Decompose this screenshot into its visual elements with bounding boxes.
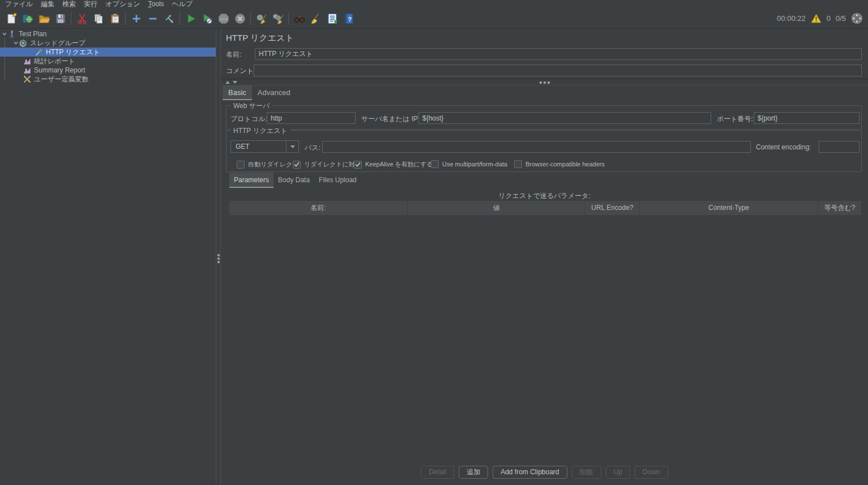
- column-header-include-equals[interactable]: 等号含む?: [818, 201, 861, 215]
- server-input[interactable]: [418, 112, 711, 124]
- follow-redirects-checkbox[interactable]: リダイレクトに対応: [293, 160, 361, 169]
- warning-icon[interactable]: [811, 14, 822, 23]
- name-label: 名前:: [226, 50, 241, 59]
- report-chart-icon: [23, 57, 31, 65]
- add-button[interactable]: 追加: [459, 466, 488, 479]
- splitter-grip[interactable]: [217, 254, 220, 263]
- tab-advanced[interactable]: Advanced: [252, 85, 296, 100]
- add-from-clipboard-button[interactable]: Add from Clipboard: [493, 466, 567, 479]
- checkbox-unchecked[interactable]: [514, 160, 522, 168]
- path-label: パス:: [305, 143, 320, 153]
- remove-icon[interactable]: [144, 11, 161, 27]
- tree-node-summary-report[interactable]: Summary Report: [0, 66, 216, 75]
- toggle-icon[interactable]: [161, 11, 177, 27]
- test-plan-icon: [8, 30, 16, 38]
- column-header-content-type[interactable]: Content-Type: [640, 201, 818, 215]
- open-file-icon[interactable]: [36, 11, 52, 27]
- splitter-grip[interactable]: [540, 81, 550, 84]
- new-file-icon[interactable]: [3, 11, 19, 27]
- content-encoding-input[interactable]: [819, 141, 860, 153]
- paste-icon[interactable]: [106, 11, 123, 27]
- editor-tabs: Basic Advanced: [223, 85, 296, 100]
- tab-files-upload[interactable]: Files Upload: [314, 173, 361, 188]
- checkbox-checked[interactable]: [354, 161, 362, 169]
- clear-one-icon[interactable]: [253, 11, 270, 27]
- column-header-name[interactable]: 名前:: [229, 201, 407, 215]
- delete-button: 削除: [572, 466, 601, 479]
- start-no-timers-icon[interactable]: [199, 11, 215, 27]
- menu-help[interactable]: ヘルプ: [168, 0, 197, 8]
- tree-node-aggregate-report[interactable]: 統計レポート: [0, 57, 216, 66]
- name-input[interactable]: [255, 48, 862, 60]
- tree-node-label: Summary Report: [34, 66, 85, 74]
- parameters-footer-buttons: Detail 追加 Add from Clipboard 削除 Up Down: [221, 466, 868, 479]
- http-request-icon: [35, 48, 43, 56]
- protocol-input[interactable]: [267, 112, 356, 124]
- keepalive-checkbox[interactable]: KeepAlive を有効にする: [354, 160, 433, 169]
- checkbox-label: リダイレクトに対応: [304, 160, 361, 169]
- method-select[interactable]: GET: [230, 140, 299, 153]
- shutdown-icon[interactable]: [232, 11, 248, 27]
- tree-node-label: HTTP リクエスト: [46, 48, 100, 57]
- checkbox-unchecked[interactable]: [237, 161, 245, 169]
- menu-options[interactable]: オプション: [101, 0, 144, 8]
- tree-node-http-request[interactable]: HTTP リクエスト: [0, 48, 216, 57]
- splitter-collapse-buttons[interactable]: [225, 81, 237, 84]
- help-icon[interactable]: ?: [340, 11, 357, 27]
- tab-body-data[interactable]: Body Data: [273, 173, 314, 188]
- search-icon[interactable]: [291, 11, 307, 27]
- menu-tools[interactable]: Tools: [144, 0, 168, 8]
- parameters-table-header: 名前: 値 URL Encode? Content-Type 等号含む?: [229, 201, 861, 215]
- svg-text:?: ?: [348, 15, 352, 22]
- checkbox-label: Use multipart/form-data: [442, 161, 507, 168]
- toolbar-separator: [179, 12, 180, 25]
- body-tabs: Parameters Body Data Files Upload: [229, 173, 361, 188]
- menu-edit[interactable]: 編集: [37, 0, 58, 8]
- add-icon[interactable]: [128, 11, 144, 27]
- cut-icon[interactable]: [74, 11, 90, 27]
- tree-node-thread-group[interactable]: スレッドグループ: [0, 38, 216, 48]
- follow-redirects-automatically-checkbox[interactable]: 自動リダイレクト: [237, 160, 299, 169]
- menu-file[interactable]: ファイル: [1, 0, 37, 8]
- menu-run[interactable]: 実行: [80, 0, 101, 8]
- server-label: サーバ名または IP:: [361, 114, 420, 124]
- comment-input[interactable]: [254, 65, 862, 76]
- toolbar-separator: [125, 12, 126, 25]
- browser-compatible-headers-checkbox[interactable]: Browser-compatible headers: [514, 160, 605, 168]
- protocol-label: プロトコル:: [230, 114, 267, 124]
- chevron-down-icon[interactable]: [286, 141, 298, 152]
- down-button: Down: [635, 466, 668, 479]
- tab-parameters[interactable]: Parameters: [229, 173, 273, 188]
- clear-all-icon[interactable]: [270, 11, 286, 27]
- toolbar-separator: [250, 12, 251, 25]
- port-input[interactable]: [754, 112, 860, 124]
- checkbox-checked[interactable]: [293, 161, 301, 169]
- column-header-url-encode[interactable]: URL Encode?: [585, 201, 639, 215]
- menu-search[interactable]: 検索: [58, 0, 80, 8]
- tree-node-user-defined-variables[interactable]: ユーザー定義変数: [0, 75, 216, 84]
- run-indicator-icon: [851, 12, 863, 24]
- checkbox-label: KeepAlive を有効にする: [365, 160, 433, 169]
- chevron-down-icon[interactable]: [12, 40, 19, 46]
- search-reset-icon[interactable]: [307, 11, 324, 27]
- chevron-down-icon[interactable]: [1, 31, 8, 37]
- function-helper-icon[interactable]: [324, 11, 340, 27]
- copy-icon[interactable]: [90, 11, 106, 27]
- path-input[interactable]: [322, 141, 751, 153]
- tree-node-test-plan[interactable]: Test Plan: [0, 29, 216, 38]
- stop-icon[interactable]: STOP: [215, 11, 232, 27]
- column-header-value[interactable]: 値: [408, 201, 585, 215]
- detail-button: Detail: [421, 466, 454, 479]
- web-server-group: Web サーバ プロトコル: サーバ名または IP: ポート番号:: [226, 105, 862, 130]
- parameters-table-body[interactable]: [229, 216, 861, 459]
- save-icon[interactable]: [52, 11, 69, 27]
- tree-editor-splitter[interactable]: [216, 29, 221, 484]
- start-icon[interactable]: [182, 11, 199, 27]
- templates-icon[interactable]: [19, 11, 36, 27]
- tab-basic[interactable]: Basic: [223, 85, 252, 100]
- checkbox-label: Browser-compatible headers: [525, 161, 605, 168]
- checkbox-unchecked[interactable]: [431, 160, 439, 168]
- editor-splitter[interactable]: [221, 79, 868, 85]
- multipart-form-data-checkbox[interactable]: Use multipart/form-data: [431, 160, 507, 168]
- tree-node-label: Test Plan: [19, 30, 46, 38]
